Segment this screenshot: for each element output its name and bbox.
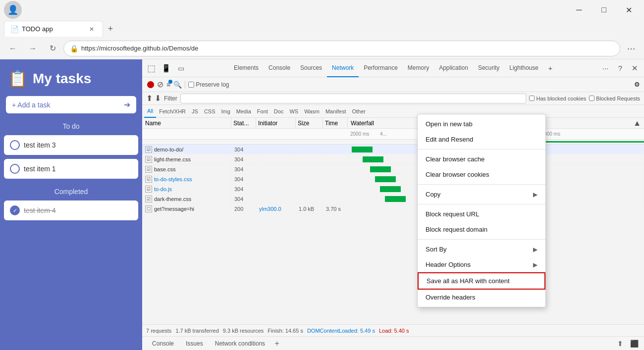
address-bar[interactable]: 🔒 https://microsoftedge.github.io/Demos/… — [63, 41, 620, 56]
minimize-button[interactable]: ─ — [568, 2, 590, 18]
devtools-panel: ⬚ 📱 ▭ Elements Console Sources Network P… — [142, 59, 644, 350]
nav-bar: ← → ↻ 🔒 https://microsoftedge.github.io/… — [0, 38, 644, 59]
maximize-button[interactable]: □ — [592, 2, 615, 18]
forward-button[interactable]: → — [24, 40, 42, 57]
task-checkbox[interactable] — [10, 140, 20, 150]
menu-separator-3 — [418, 204, 545, 204]
task-text: test item 1 — [24, 165, 56, 173]
add-task-label: + Add a task — [12, 101, 120, 109]
task-checkbox[interactable] — [10, 164, 20, 174]
profile-icon[interactable]: 👤 — [4, 1, 22, 19]
menu-block-domain[interactable]: Block request domain — [418, 222, 545, 237]
menu-save-har[interactable]: Save all as HAR with content — [418, 272, 545, 290]
menu-block-url[interactable]: Block request URL — [418, 206, 545, 222]
title-bar: 👤 ─ □ ✕ — [0, 0, 644, 20]
menu-clear-cache[interactable]: Clear browser cache — [418, 151, 545, 167]
task-item[interactable]: test item 3 — [4, 135, 138, 155]
menu-override-headers[interactable]: Override headers — [418, 290, 545, 305]
window-controls: ─ □ ✕ — [568, 2, 640, 18]
refresh-button[interactable]: ↻ — [44, 40, 61, 57]
menu-label-copy: Copy — [426, 191, 440, 198]
copy-submenu-arrow: ▶ — [533, 191, 537, 198]
tab-favicon: 📄 — [10, 25, 19, 33]
active-tab[interactable]: 📄 TODO app ✕ — [4, 21, 103, 37]
add-task-arrow-icon: ➔ — [124, 100, 130, 109]
menu-header-options[interactable]: Header Options ▶ — [418, 257, 545, 272]
menu-label-header-options: Header Options — [426, 261, 471, 268]
tab-title: TODO app — [22, 25, 84, 33]
menu-separator-2 — [418, 184, 545, 185]
todo-title: My tasks — [33, 71, 91, 87]
menu-edit-resend[interactable]: Edit and Resend — [418, 132, 545, 147]
menu-label-override-headers: Override headers — [426, 294, 475, 301]
close-button[interactable]: ✕ — [617, 2, 640, 18]
menu-copy[interactable]: Copy ▶ — [418, 187, 545, 202]
context-menu: Open in new tab Edit and Resend Clear br… — [417, 114, 546, 307]
todo-header: 📋 My tasks — [0, 59, 142, 96]
menu-label-block-domain: Block request domain — [426, 226, 487, 233]
menu-label-sort-by: Sort By — [426, 246, 447, 253]
menu-label-edit-resend: Edit and Resend — [426, 136, 473, 143]
menu-label-clear-cache: Clear browser cache — [426, 155, 484, 163]
menu-label-clear-cookies: Clear browser cookies — [426, 171, 489, 178]
todo-icon: 📋 — [8, 69, 28, 88]
tab-close-button[interactable]: ✕ — [87, 24, 97, 34]
main-area: 📋 My tasks + Add a task ➔ To do test ite… — [0, 59, 644, 350]
menu-label-block-url: Block request URL — [426, 210, 479, 218]
browser-more-button[interactable]: ··· — [622, 40, 640, 57]
menu-sort-by[interactable]: Sort By ▶ — [418, 242, 545, 257]
task-checkbox-checked[interactable] — [10, 205, 20, 215]
completed-section-label: Completed — [0, 185, 142, 199]
sort-by-submenu-arrow: ▶ — [533, 246, 537, 253]
title-bar-left: 👤 — [4, 1, 568, 19]
header-options-submenu-arrow: ▶ — [533, 261, 537, 268]
completed-task-text: test item 4 — [24, 206, 56, 214]
completed-section: Completed test item 4 — [0, 185, 142, 222]
menu-separator-4 — [418, 239, 545, 240]
task-item[interactable]: test item 1 — [4, 159, 138, 179]
todo-section-label: To do — [0, 119, 142, 133]
address-text: https://microsoftedge.github.io/Demos/de — [81, 45, 614, 52]
context-menu-overlay[interactable]: Open in new tab Edit and Resend Clear br… — [142, 59, 644, 350]
menu-separator-1 — [418, 149, 545, 150]
menu-label-open-new-tab: Open in new tab — [426, 120, 473, 128]
back-button[interactable]: ← — [4, 40, 22, 57]
add-task-bar[interactable]: + Add a task ➔ — [6, 96, 136, 113]
menu-label-save-har: Save all as HAR with content — [427, 277, 510, 285]
todo-sidebar: 📋 My tasks + Add a task ➔ To do test ite… — [0, 59, 142, 350]
browser-window: 👤 ─ □ ✕ 📄 TODO app ✕ + ← → ↻ 🔒 https://m… — [0, 0, 644, 350]
menu-clear-cookies[interactable]: Clear browser cookies — [418, 167, 545, 182]
tab-bar: 📄 TODO app ✕ + — [0, 20, 644, 38]
completed-task-item[interactable]: test item 4 — [4, 200, 138, 220]
menu-open-new-tab[interactable]: Open in new tab — [418, 116, 545, 132]
task-text: test item 3 — [24, 141, 56, 149]
new-tab-button[interactable]: + — [103, 21, 118, 36]
